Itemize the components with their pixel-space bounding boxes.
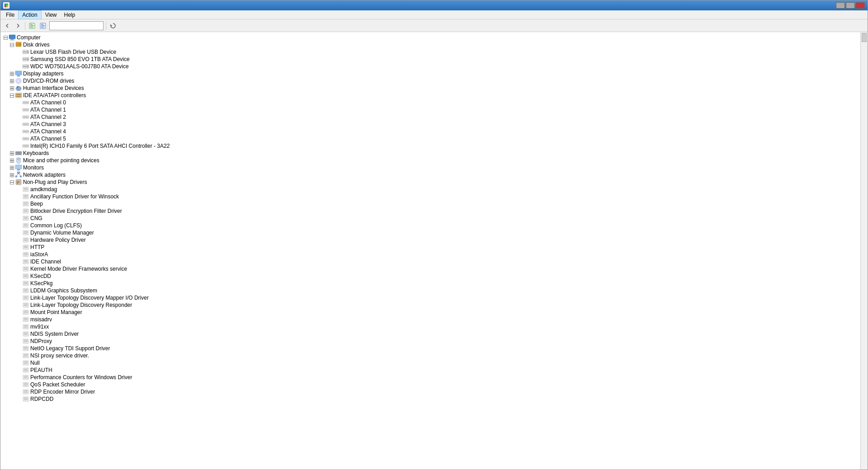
expand-icon-lexar[interactable]	[16, 49, 22, 55]
tree-node-computer[interactable]: Computer	[0, 34, 860, 41]
tree-node-rdpcdd[interactable]: RDPCDD	[0, 395, 860, 403]
expand-icon-ksecpkg[interactable]	[16, 280, 22, 287]
expand-icon-lltdresponder[interactable]	[16, 302, 22, 308]
expand-icon-perfcounters[interactable]	[16, 374, 22, 381]
tree-node-nsi[interactable]: NSI proxy service driver.	[0, 352, 860, 359]
tree-node-bitlocker[interactable]: Bitlocker Drive Encryption Filter Driver	[0, 207, 860, 215]
expand-icon-keyboards[interactable]	[9, 150, 15, 156]
tree-node-msisadrv[interactable]: msisadrv	[0, 316, 860, 323]
tree-node-idechannel[interactable]: IDE Channel	[0, 258, 860, 265]
expand-icon-kernelmode[interactable]	[16, 266, 22, 272]
tree-node-peauth[interactable]: PEAUTH	[0, 367, 860, 374]
expand-icon-qos[interactable]	[16, 381, 22, 388]
expand-icon-bitlocker[interactable]	[16, 208, 22, 214]
expand-icon-http[interactable]	[16, 244, 22, 250]
tree-node-http[interactable]: HTTP	[0, 244, 860, 251]
expand-icon-display-adapters[interactable]	[9, 70, 15, 77]
expand-icon-monitors[interactable]	[9, 164, 15, 171]
tree-node-ata5[interactable]: ATA Channel 5	[0, 135, 860, 142]
tree-node-amdkmdag[interactable]: amdkmdag	[0, 186, 860, 193]
expand-icon-disk-drives[interactable]	[9, 42, 15, 48]
expand-icon-amdkmdag[interactable]	[16, 186, 22, 193]
expand-icon-ata2[interactable]	[16, 114, 22, 120]
tree-node-iastora[interactable]: iaStorA	[0, 251, 860, 258]
tree-node-ata1[interactable]: ATA Channel 1	[0, 106, 860, 113]
tree-node-mountpoint[interactable]: Mount Point Manager	[0, 309, 860, 316]
tree-panel[interactable]: ComputerDisk drivesLexar USB Flash Drive…	[0, 32, 860, 470]
tree-node-display-adapters[interactable]: Display adapters	[0, 70, 860, 77]
menu-help[interactable]: Help	[61, 11, 79, 19]
forward-button[interactable]	[13, 21, 23, 31]
tree-node-perfcounters[interactable]: Performance Counters for Windows Driver	[0, 374, 860, 381]
tree-node-keyboards[interactable]: Keyboards	[0, 150, 860, 157]
tree-node-beep[interactable]: Beep	[0, 200, 860, 207]
maximize-button[interactable]	[846, 2, 855, 9]
expand-icon-null[interactable]	[16, 360, 22, 366]
tree-node-ksecdd[interactable]: KSecDD	[0, 273, 860, 280]
menu-action[interactable]: Action	[18, 10, 41, 19]
tree-node-mice[interactable]: Mice and other pointing devices	[0, 157, 860, 164]
expand-icon-ksecdd[interactable]	[16, 273, 22, 279]
tree-node-nonpnp[interactable]: PNon-Plug and Play Drivers	[0, 179, 860, 186]
tree-node-ata0[interactable]: ATA Channel 0	[0, 99, 860, 106]
tree-node-samsung[interactable]: Samsung SSD 850 EVO 1TB ATA Device	[0, 56, 860, 63]
tree-node-rdp-encoder[interactable]: RDP Encoder Mirror Driver	[0, 388, 860, 395]
expand-icon-rdp-encoder[interactable]	[16, 389, 22, 395]
expand-icon-cng[interactable]	[16, 215, 22, 221]
tree-node-hwpolicy[interactable]: Hardware Policy Driver	[0, 236, 860, 244]
expand-icon-ndis[interactable]	[16, 331, 22, 337]
expand-icon-wdc[interactable]	[16, 63, 22, 70]
expand-icon-beep[interactable]	[16, 201, 22, 207]
expand-icon-nonpnp[interactable]	[9, 179, 15, 185]
expand-icon-dvd[interactable]	[9, 78, 15, 84]
tree-node-hid[interactable]: Human Interface Devices	[0, 85, 860, 92]
expand-icon-mv91xx[interactable]	[16, 324, 22, 330]
expand-icon-ata3[interactable]	[16, 121, 22, 127]
tree-node-commonlog[interactable]: Common Log (CLFS)	[0, 222, 860, 229]
expand-icon-mice[interactable]	[9, 157, 15, 164]
tree-node-ata3[interactable]: ATA Channel 3	[0, 121, 860, 128]
tree-node-dvd[interactable]: DVD/CD-ROM drives	[0, 77, 860, 85]
expand-icon-iastora[interactable]	[16, 251, 22, 258]
expand-icon-ide[interactable]	[9, 92, 15, 99]
expand-icon-lltdmapper[interactable]	[16, 295, 22, 301]
expand-icon-ndproxy[interactable]	[16, 338, 22, 344]
expand-icon-netio[interactable]	[16, 345, 22, 352]
scrollbar[interactable]	[860, 32, 868, 470]
tree-node-ide[interactable]: IDE ATA/ATAPI controllers	[0, 92, 860, 99]
close-button[interactable]	[856, 2, 865, 9]
expand-icon-msisadrv[interactable]	[16, 316, 22, 323]
expand-icon-mountpoint[interactable]	[16, 309, 22, 315]
properties-button-2[interactable]	[38, 21, 48, 31]
expand-icon-peauth[interactable]	[16, 367, 22, 373]
expand-icon-idechannel[interactable]	[16, 258, 22, 265]
expand-icon-dynvol[interactable]	[16, 230, 22, 236]
expand-icon-ata1[interactable]	[16, 107, 22, 113]
expand-icon-rdpcdd[interactable]	[16, 396, 22, 402]
tree-node-dynvol[interactable]: Dynamic Volume Manager	[0, 229, 860, 236]
expand-icon-ata5[interactable]	[16, 136, 22, 142]
tree-node-lltdmapper[interactable]: Link-Layer Topology Discovery Mapper I/O…	[0, 294, 860, 301]
tree-node-qos[interactable]: QoS Packet Scheduler	[0, 381, 860, 388]
tree-node-lltdresponder[interactable]: Link-Layer Topology Discovery Responder	[0, 301, 860, 309]
expand-icon-samsung[interactable]	[16, 56, 22, 62]
expand-icon-computer[interactable]	[2, 34, 9, 41]
expand-icon-intel-ahci[interactable]	[16, 143, 22, 149]
expand-icon-lddm[interactable]	[16, 287, 22, 294]
menu-view[interactable]: View	[42, 11, 61, 19]
tree-node-ancillary[interactable]: Ancillary Function Driver for Winsock	[0, 193, 860, 200]
tree-node-mv91xx[interactable]: mv91xx	[0, 323, 860, 330]
tree-node-ksecpkg[interactable]: KSecPkg	[0, 280, 860, 287]
tree-node-intel-ahci[interactable]: Intel(R) ICH10 Family 6 Port SATA AHCI C…	[0, 142, 860, 150]
minimize-button[interactable]	[836, 2, 845, 9]
tree-node-ndproxy[interactable]: NDProxy	[0, 338, 860, 345]
update-button[interactable]	[108, 21, 118, 31]
expand-icon-ata4[interactable]	[16, 128, 22, 135]
expand-icon-commonlog[interactable]	[16, 222, 22, 229]
tree-node-cng[interactable]: CNG	[0, 215, 860, 222]
expand-icon-hwpolicy[interactable]	[16, 237, 22, 243]
tree-node-kernelmode[interactable]: Kernel Mode Driver Frameworks service	[0, 265, 860, 273]
expand-icon-nsi[interactable]	[16, 352, 22, 359]
menu-file[interactable]: File	[2, 11, 18, 19]
tree-node-network[interactable]: Network adapters	[0, 171, 860, 179]
